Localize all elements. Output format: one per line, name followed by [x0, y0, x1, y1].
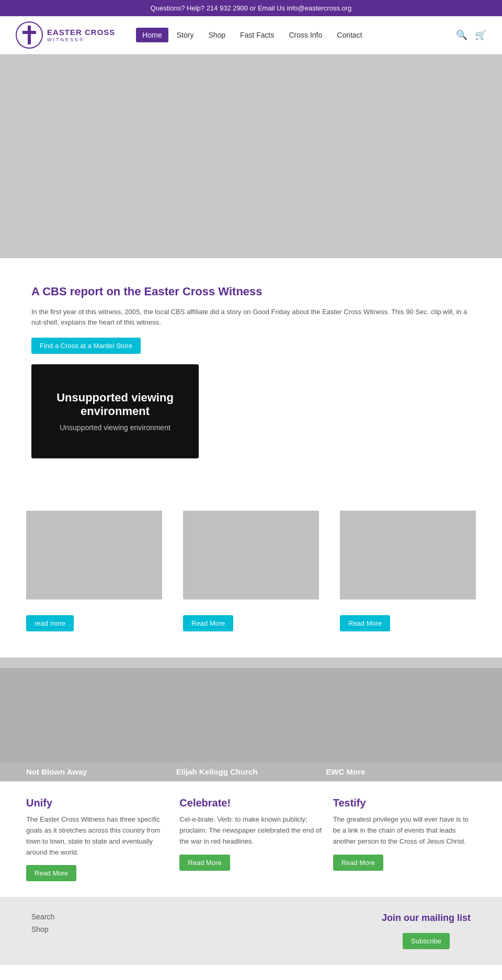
gray-label-3: EWC More — [326, 767, 476, 776]
nav-actions: 🔍 🛒 — [456, 29, 486, 41]
read-more-col-3: Read More — [329, 615, 486, 647]
gray-img-2 — [167, 668, 335, 762]
nav-home[interactable]: Home — [136, 28, 168, 42]
gray-img-1 — [0, 668, 167, 762]
card-2-button[interactable]: Read More — [179, 855, 230, 871]
card-3-text: The greatest privilege you will ever hav… — [333, 814, 476, 847]
logo-name: Easter Cross — [47, 28, 115, 37]
card-2-title: Celebrate! — [179, 797, 322, 809]
card-1-text: The Easter Cross Witness has three speci… — [26, 814, 169, 858]
footer-subscribe-button[interactable]: Subscribe — [403, 933, 450, 949]
header: Easter Cross WITNESS® Home Story Shop Fa… — [0, 16, 502, 54]
nav-cross-info[interactable]: Cross Info — [282, 28, 328, 42]
footer-links: Search Shop — [31, 913, 54, 933]
main-content-section: A CBS report on the Easter Cross Witness… — [0, 258, 502, 479]
gray-images-row — [0, 668, 502, 762]
nav-contact[interactable]: Contact — [330, 28, 368, 42]
nav-story[interactable]: Story — [170, 28, 200, 42]
read-more-button-3[interactable]: Read More — [340, 615, 390, 631]
svg-rect-1 — [28, 26, 31, 44]
col-image-3 — [329, 500, 486, 615]
gray-img-3 — [335, 668, 502, 762]
main-nav: Home Story Shop Fast Facts Cross Info Co… — [136, 28, 456, 42]
nav-fast-facts[interactable]: Fast Facts — [234, 28, 280, 42]
footer-search-link[interactable]: Search — [31, 913, 54, 921]
top-bar-text: Questions? Help? 214 932 2900 or Email U… — [151, 4, 352, 12]
footer: Search Shop Join our mailing list Subscr… — [0, 897, 502, 965]
card-1: Unify The Easter Cross Witness has three… — [26, 797, 169, 881]
logo-text-block: Easter Cross WITNESS® — [47, 28, 115, 42]
gray-label-1: Not Blown Away — [26, 767, 176, 776]
search-icon[interactable]: 🔍 — [456, 29, 467, 41]
card-1-title: Unify — [26, 797, 169, 809]
footer-shop-link[interactable]: Shop — [31, 925, 54, 933]
video-main-text: Unsupported viewing environment — [42, 391, 188, 418]
read-more-row: read more Read More Read More — [0, 615, 502, 658]
card-3-title: Testify — [333, 797, 476, 809]
footer-mailing-title: Join our mailing list — [382, 913, 471, 924]
cards-row: Unify The Easter Cross Witness has three… — [26, 797, 476, 881]
footer-mailing: Join our mailing list Subscribe — [382, 913, 471, 949]
video-embed: Unsupported viewing environment Unsuppor… — [31, 364, 199, 458]
read-more-col-1: read more — [16, 615, 173, 647]
three-col-images — [0, 500, 502, 615]
cards-section: Unify The Easter Cross Witness has three… — [0, 781, 502, 897]
read-more-col-2: Read More — [173, 615, 329, 647]
gray-section: Not Blown Away Elijah Kellogg Church EWC… — [0, 658, 502, 781]
col-image-1 — [16, 500, 173, 615]
col-image-2 — [173, 500, 329, 615]
gray-labels-row: Not Blown Away Elijah Kellogg Church EWC… — [0, 762, 502, 781]
read-more-button-2[interactable]: Read More — [183, 615, 233, 631]
gray-label-2: Elijah Kellogg Church — [176, 767, 326, 776]
card-1-button[interactable]: Read More — [26, 865, 76, 881]
svg-rect-2 — [22, 31, 36, 34]
cart-icon[interactable]: 🛒 — [475, 29, 486, 41]
card-3: Testify The greatest privilege you will … — [333, 797, 476, 881]
nav-shop[interactable]: Shop — [202, 28, 232, 42]
card-3-button[interactable]: Read More — [333, 855, 383, 871]
hero-image — [0, 54, 502, 258]
read-more-button-1[interactable]: read more — [26, 615, 74, 631]
card-2: Celebrate! Cel-e-brate. Verb: to make kn… — [179, 797, 322, 881]
section-text: In the first year of this witness, 2005,… — [31, 307, 471, 329]
logo-area: Easter Cross WITNESS® — [16, 21, 115, 49]
section-title: A CBS report on the Easter Cross Witness — [31, 284, 471, 299]
video-sub-text: Unsupported viewing environment — [60, 423, 170, 432]
footer-content: Search Shop Join our mailing list Subscr… — [31, 913, 471, 949]
logo-sub: WITNESS® — [47, 37, 115, 42]
find-cross-button[interactable]: Find a Cross at a Mardel Store — [31, 338, 141, 354]
card-2-text: Cel-e-brate. Verb: to make known publicl… — [179, 814, 322, 847]
logo-icon — [16, 21, 43, 49]
top-bar: Questions? Help? 214 932 2900 or Email U… — [0, 0, 502, 16]
